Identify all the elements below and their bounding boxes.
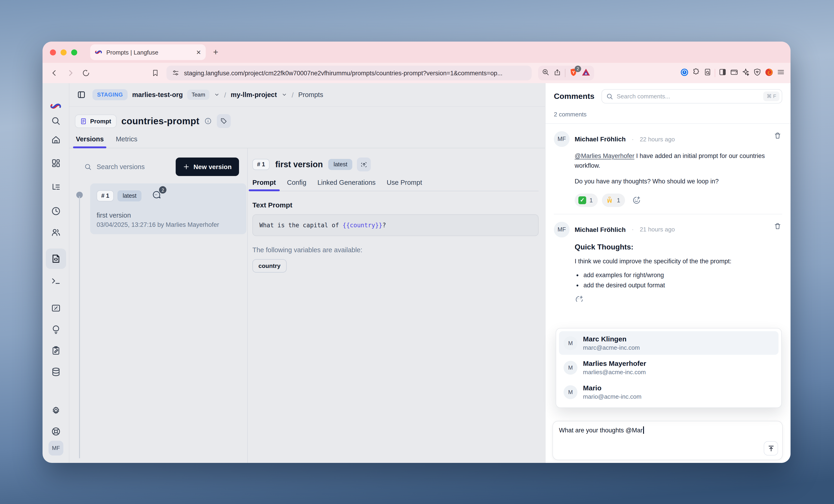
browser-tab-strip: Prompts | Langfuse ✕ + [43,42,791,63]
langfuse-logo[interactable] [50,101,62,112]
datasets-database-icon[interactable] [50,366,62,377]
promote-version-button[interactable] [357,158,371,171]
tab-metrics[interactable]: Metrics [116,135,137,148]
main-content: STAGING marlies-test-org Team / my-llm-p… [69,83,545,463]
reaction-check[interactable]: ✓ 1 [575,193,598,207]
add-reaction-icon[interactable] [575,295,782,301]
tab-prompt[interactable]: Prompt [253,179,276,191]
comment-input[interactable]: What are your thoughts @Mar [552,421,783,460]
mention-option-marc[interactable]: M Marc Klingen marc@acme-inc.com [559,331,778,355]
document-icon [80,118,87,124]
tab-use-prompt[interactable]: Use Prompt [387,179,422,191]
mention-link[interactable]: @Marlies Mayerhofer [575,153,635,159]
delete-comment-icon[interactable] [774,132,781,141]
desktop: Prompts | Langfuse ✕ + staging.langfuse.… [0,0,834,504]
reload-icon[interactable] [80,67,92,79]
search-comments-input[interactable] [602,93,782,100]
version-title: first version [275,160,323,169]
menu-hamburger-icon[interactable] [777,68,785,78]
leo-ai-sparkles-icon[interactable] [742,68,750,78]
tab-close-icon[interactable]: ✕ [196,49,201,56]
variables-hint: The following variables are available: [253,246,539,254]
panel-toggle-icon[interactable] [75,88,88,101]
brave-shield-icon[interactable]: 2 [569,68,578,78]
url-text: staging.langfuse.com/project/cm22fk0w700… [184,70,503,76]
address-bar[interactable]: staging.langfuse.com/project/cm22fk0w700… [167,66,532,81]
annotation-clipboard-icon[interactable] [50,345,62,356]
browser-toolbar: staging.langfuse.com/project/cm22fk0w700… [43,63,791,83]
settings-gear-icon[interactable] [50,405,62,416]
reactions-row: ✓ 1 1 [575,193,782,207]
sessions-clock-icon[interactable] [50,206,62,217]
dashboards-icon[interactable] [50,158,62,168]
scores-icon[interactable] [50,303,62,314]
reaction-raised-hands[interactable]: 1 [602,193,625,207]
comment-body: @Marlies Mayerhofer I have added an init… [575,152,769,187]
breadcrumb-project[interactable]: my-llm-project [231,91,277,98]
browser-tab[interactable]: Prompts | Langfuse ✕ [90,44,206,60]
search-icon[interactable] [50,115,62,127]
new-tab-button[interactable]: + [213,47,218,57]
prompt-tabs: Versions Metrics [69,130,545,148]
latest-badge: latest [118,190,142,201]
maximize-window-button[interactable] [71,49,77,55]
versions-panel: Search versions New version # 1 [69,148,248,463]
comment-author: Michael Fröhlich [575,135,626,143]
comment-body: I think we could improve the specificity… [575,257,769,267]
rewards-swirl-icon[interactable] [765,68,773,78]
close-window-button[interactable] [50,49,56,55]
search-versions-input[interactable]: Search versions [81,163,145,171]
back-icon[interactable] [48,67,61,79]
tracing-icon[interactable] [50,182,62,193]
breadcrumb-org[interactable]: marlies-test-org [132,91,183,98]
vpn-shield-icon[interactable] [753,68,762,78]
add-reaction-icon[interactable] [632,196,641,205]
evaluators-lightbulb-icon[interactable] [50,324,62,336]
playground-terminal-icon[interactable] [50,275,62,287]
search-comments-field[interactable]: ⌘ F [601,89,782,104]
section-title: Text Prompt [253,201,539,209]
submit-comment-button[interactable] [764,441,778,456]
support-lifebuoy-icon[interactable] [50,426,62,437]
site-settings-icon[interactable] [172,69,179,77]
home-icon[interactable] [50,134,62,145]
tag-button[interactable] [217,114,231,128]
minimize-window-button[interactable] [61,49,67,55]
text-caret [643,427,644,434]
comments-indicator[interactable]: 2 [152,190,161,201]
search-icon [606,93,613,100]
mention-option-mario[interactable]: M Mario mario@acme-inc.com [559,380,778,404]
tab-title: Prompts | Langfuse [106,49,192,56]
new-version-button[interactable]: New version [175,158,239,176]
forward-icon[interactable] [64,67,77,79]
share-icon[interactable] [553,68,561,78]
zoom-in-icon[interactable] [542,68,550,78]
arrow-up-from-line-icon [767,445,774,452]
tab-linked-generations[interactable]: Linked Generations [317,179,376,191]
reader-mode-icon[interactable] [704,68,711,78]
langfuse-favicon [95,48,102,56]
prompts-icon[interactable] [50,253,62,264]
sidebar-panel-icon[interactable] [719,68,727,78]
page-title: countries-prompt [122,116,199,127]
chevron-down-icon[interactable] [282,92,287,97]
info-icon[interactable] [204,117,212,125]
version-list-item[interactable]: # 1 latest 2 first version 03/04/2025, 1… [90,183,246,234]
chevron-down-icon[interactable] [214,92,220,97]
check-emoji: ✓ [578,196,586,204]
delete-comment-icon[interactable] [774,222,781,232]
tab-config[interactable]: Config [287,179,307,191]
password-manager-icon[interactable] [680,68,689,78]
tab-versions[interactable]: Versions [76,135,104,148]
toolbar-divider [565,69,565,77]
shortcut-badge: ⌘ F [763,91,780,101]
mention-option-marlies[interactable]: M Marlies Mayerhofer marlies@acme-inc.co… [559,356,778,379]
user-avatar[interactable]: MF [48,441,63,456]
bat-icon[interactable] [581,68,590,78]
users-icon[interactable] [50,227,62,238]
version-detail-panel: # 1 first version latest Prompt Config L… [248,148,545,463]
shield-badge: 2 [575,65,581,72]
extensions-puzzle-icon[interactable] [692,68,700,78]
bookmark-icon[interactable] [149,67,162,79]
wallet-icon[interactable] [730,68,738,78]
